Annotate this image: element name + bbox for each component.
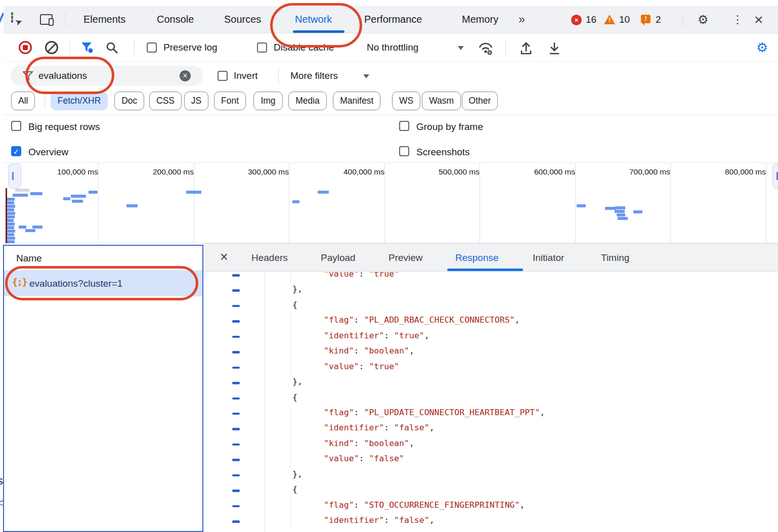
- overview-request-bar: [63, 197, 70, 200]
- issues-badge-icon[interactable]: !: [641, 15, 651, 23]
- inspect-element-icon[interactable]: ➤: [11, 13, 13, 22]
- preserve-log-checkbox[interactable]: [147, 42, 157, 53]
- tab-performance[interactable]: Performance: [364, 6, 422, 33]
- more-tabs-chevron-icon[interactable]: »: [518, 6, 525, 33]
- chip-font[interactable]: Font: [214, 92, 246, 110]
- response-line: "kind": "boolean",: [203, 344, 778, 360]
- overview-request-bar: [7, 215, 15, 218]
- filter-funnel-icon[interactable]: [81, 42, 94, 54]
- overview-request-bar: [617, 213, 625, 216]
- fold-marker-icon[interactable]: [232, 444, 240, 446]
- request-row[interactable]: {;} evaluations?cluster=1: [4, 271, 202, 296]
- fold-marker-icon[interactable]: [232, 289, 240, 292]
- detail-tab-initiator[interactable]: Initiator: [533, 244, 564, 272]
- tab-sources[interactable]: Sources: [224, 6, 261, 33]
- overview-request-bar: [633, 210, 642, 213]
- indent-guide: [290, 499, 291, 514]
- throttling-select[interactable]: No throttling: [367, 33, 418, 62]
- overview-left-handle[interactable]: [8, 163, 21, 189]
- fold-marker-icon[interactable]: [232, 274, 240, 277]
- filter-input-pill[interactable]: ×: [11, 66, 203, 86]
- close-detail-icon[interactable]: ×: [220, 244, 228, 272]
- detail-tab-response[interactable]: Response: [455, 244, 499, 272]
- fold-marker-icon[interactable]: [232, 490, 240, 492]
- divider: [505, 40, 506, 55]
- chip-wasm[interactable]: Wasm: [422, 92, 461, 110]
- export-har-icon[interactable]: [548, 41, 561, 55]
- fold-marker-icon[interactable]: [232, 413, 240, 415]
- tab-memory[interactable]: Memory: [462, 6, 498, 33]
- view-options-row: Big request rows Group by frame ✓ Overvi…: [4, 115, 778, 163]
- chip-fetch-xhr[interactable]: Fetch/XHR: [51, 92, 108, 110]
- disable-cache-checkbox[interactable]: [257, 42, 267, 53]
- fold-marker-icon[interactable]: [232, 474, 240, 477]
- chip-css[interactable]: CSS: [149, 92, 182, 110]
- network-settings-gear-icon[interactable]: ⚙: [756, 33, 768, 62]
- fold-marker-icon[interactable]: [232, 305, 240, 307]
- detail-tab-payload[interactable]: Payload: [321, 244, 356, 272]
- fold-marker-icon[interactable]: [232, 505, 240, 508]
- more-filters-button[interactable]: More filters: [290, 62, 338, 90]
- network-conditions-icon[interactable]: [478, 41, 494, 56]
- response-line: },: [203, 375, 778, 390]
- filter-input[interactable]: [38, 66, 160, 86]
- network-overview-timeline[interactable]: 100,000 ms200,000 ms300,000 ms400,000 ms…: [4, 163, 778, 243]
- overview-tick-label: 200,000 ms: [153, 167, 194, 176]
- error-badge-icon[interactable]: ×: [571, 15, 582, 25]
- name-column-header[interactable]: Name: [4, 246, 202, 271]
- chip-other[interactable]: Other: [462, 92, 498, 110]
- chip-ws[interactable]: WS: [392, 92, 420, 110]
- response-viewer[interactable]: "value": "true"},{"flag": "PL_ADD_RBAC_C…: [203, 272, 778, 532]
- clear-filter-icon[interactable]: ×: [180, 70, 191, 81]
- chip-media[interactable]: Media: [288, 92, 327, 110]
- chip-manifest[interactable]: Manifest: [333, 92, 380, 110]
- stop-recording-icon[interactable]: [19, 41, 32, 54]
- detail-tab-timing[interactable]: Timing: [601, 244, 629, 272]
- detail-tab-preview[interactable]: Preview: [388, 244, 423, 272]
- fold-marker-icon[interactable]: [232, 336, 240, 338]
- fold-marker-icon[interactable]: [232, 351, 240, 353]
- detail-tab-headers[interactable]: Headers: [251, 244, 288, 272]
- fold-marker-icon[interactable]: [232, 397, 240, 400]
- tab-network[interactable]: Network: [295, 6, 332, 33]
- import-har-icon[interactable]: [520, 41, 533, 55]
- big-request-rows-checkbox[interactable]: [11, 121, 21, 131]
- overview-checkbox[interactable]: ✓: [11, 146, 21, 156]
- issues-badge-tail: [642, 23, 644, 26]
- overview-request-bar: [126, 204, 138, 207]
- fold-marker-icon[interactable]: [232, 382, 240, 384]
- fold-marker-icon[interactable]: [232, 320, 240, 323]
- clear-network-log-icon[interactable]: [45, 41, 58, 54]
- overview-request-bar: [615, 206, 625, 209]
- invert-checkbox[interactable]: [218, 71, 228, 81]
- overview-section-divider: [194, 163, 194, 243]
- device-toolbar-icon[interactable]: [40, 14, 53, 25]
- overview-section-divider: [289, 163, 289, 243]
- group-by-frame-checkbox[interactable]: [399, 121, 409, 131]
- overview-request-bar: [19, 226, 26, 229]
- chip-doc[interactable]: Doc: [114, 92, 144, 110]
- overview-request-bar: [186, 191, 201, 194]
- fold-marker-icon[interactable]: [232, 367, 240, 369]
- fold-marker-icon[interactable]: [232, 428, 240, 430]
- chip-img[interactable]: Img: [253, 92, 282, 110]
- fold-marker-icon[interactable]: [232, 520, 240, 523]
- screenshots-checkbox[interactable]: [399, 146, 409, 156]
- response-line: "value": "true": [203, 360, 778, 375]
- chip-all[interactable]: All: [11, 92, 35, 110]
- overview-request-bar: [7, 198, 15, 201]
- more-filters-caret-icon[interactable]: [363, 74, 369, 78]
- divider: [69, 40, 70, 55]
- overview-right-handle[interactable]: [772, 163, 778, 189]
- tab-console[interactable]: Console: [157, 6, 194, 33]
- throttling-caret-icon[interactable]: [458, 46, 464, 50]
- kebab-menu-icon[interactable]: ⋮: [732, 6, 743, 33]
- close-devtools-icon[interactable]: ×: [754, 6, 763, 33]
- settings-gear-icon[interactable]: ⚙: [698, 6, 709, 33]
- search-icon[interactable]: [106, 41, 119, 55]
- tab-elements[interactable]: Elements: [83, 6, 125, 33]
- fold-marker-icon[interactable]: [232, 459, 240, 461]
- divider: [682, 12, 683, 27]
- chip-js[interactable]: JS: [184, 92, 208, 110]
- overview-section-divider: [575, 163, 576, 243]
